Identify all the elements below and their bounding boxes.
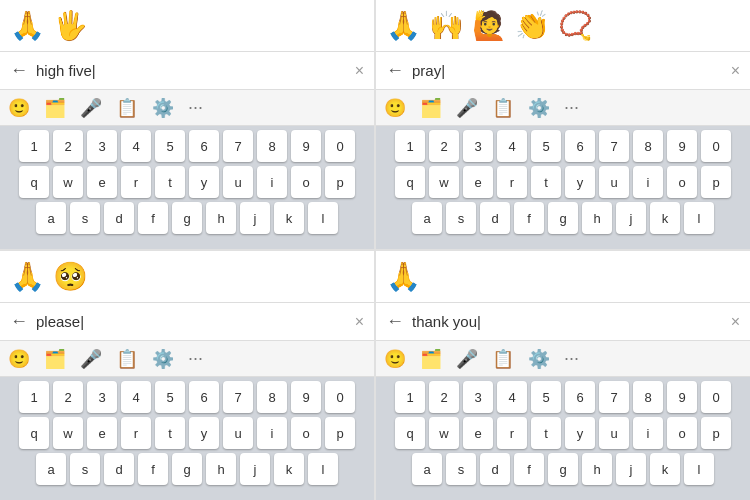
emoji-icon-1[interactable]: 🙂 xyxy=(8,97,30,119)
mic-icon-3[interactable]: 🎤 xyxy=(80,348,102,370)
emoji-icon-2[interactable]: 🙂 xyxy=(384,97,406,119)
key-p4-q[interactable]: q xyxy=(395,417,425,449)
emoji-2-1[interactable]: 🙏 xyxy=(386,12,421,40)
mic-icon-4[interactable]: 🎤 xyxy=(456,348,478,370)
key-p2-3[interactable]: 3 xyxy=(463,130,493,162)
key-p2-4[interactable]: 4 xyxy=(497,130,527,162)
key-p2-l[interactable]: l xyxy=(684,202,714,234)
key-p2-q[interactable]: q xyxy=(395,166,425,198)
key-p3-0[interactable]: 0 xyxy=(325,381,355,413)
key-p4-k[interactable]: k xyxy=(650,453,680,485)
key-i[interactable]: i xyxy=(257,166,287,198)
sticker-icon-2[interactable]: 🗂️ xyxy=(420,97,442,119)
key-p2-8[interactable]: 8 xyxy=(633,130,663,162)
key-p4-o[interactable]: o xyxy=(667,417,697,449)
key-p3-1[interactable]: 1 xyxy=(19,381,49,413)
sticker-icon-4[interactable]: 🗂️ xyxy=(420,348,442,370)
key-p4-j[interactable]: j xyxy=(616,453,646,485)
key-p4-1[interactable]: 1 xyxy=(395,381,425,413)
more-icon-4[interactable]: ··· xyxy=(564,348,579,369)
key-p4-h[interactable]: h xyxy=(582,453,612,485)
key-p4-t[interactable]: t xyxy=(531,417,561,449)
key-p4-3[interactable]: 3 xyxy=(463,381,493,413)
key-p3-l[interactable]: l xyxy=(308,453,338,485)
key-y[interactable]: y xyxy=(189,166,219,198)
key-p2-w[interactable]: w xyxy=(429,166,459,198)
key-p4-6[interactable]: 6 xyxy=(565,381,595,413)
emoji-icon-4[interactable]: 🙂 xyxy=(384,348,406,370)
back-arrow-2[interactable]: ← xyxy=(386,60,404,81)
key-p2-t[interactable]: t xyxy=(531,166,561,198)
key-p3-u[interactable]: u xyxy=(223,417,253,449)
key-p2-1[interactable]: 1 xyxy=(395,130,425,162)
key-3[interactable]: 3 xyxy=(87,130,117,162)
key-p2-6[interactable]: 6 xyxy=(565,130,595,162)
key-p4-g[interactable]: g xyxy=(548,453,578,485)
key-2[interactable]: 2 xyxy=(53,130,83,162)
key-h[interactable]: h xyxy=(206,202,236,234)
key-p3-2[interactable]: 2 xyxy=(53,381,83,413)
emoji-2-4[interactable]: 👏 xyxy=(515,12,550,40)
emoji-2-5[interactable]: 📿 xyxy=(558,12,593,40)
settings-icon-1[interactable]: ⚙️ xyxy=(152,97,174,119)
key-p[interactable]: p xyxy=(325,166,355,198)
key-p3-t[interactable]: t xyxy=(155,417,185,449)
key-0[interactable]: 0 xyxy=(325,130,355,162)
more-icon-1[interactable]: ··· xyxy=(188,97,203,118)
key-8[interactable]: 8 xyxy=(257,130,287,162)
search-text-4[interactable]: thank you| xyxy=(412,313,731,330)
key-u[interactable]: u xyxy=(223,166,253,198)
key-1[interactable]: 1 xyxy=(19,130,49,162)
key-g[interactable]: g xyxy=(172,202,202,234)
clear-icon-1[interactable]: × xyxy=(355,62,364,80)
key-p4-y[interactable]: y xyxy=(565,417,595,449)
key-p3-7[interactable]: 7 xyxy=(223,381,253,413)
settings-icon-4[interactable]: ⚙️ xyxy=(528,348,550,370)
key-p2-h[interactable]: h xyxy=(582,202,612,234)
clipboard-icon-1[interactable]: 📋 xyxy=(116,97,138,119)
key-p2-s[interactable]: s xyxy=(446,202,476,234)
key-p4-p[interactable]: p xyxy=(701,417,731,449)
key-w[interactable]: w xyxy=(53,166,83,198)
key-p3-g[interactable]: g xyxy=(172,453,202,485)
clipboard-icon-3[interactable]: 📋 xyxy=(116,348,138,370)
key-a[interactable]: a xyxy=(36,202,66,234)
sticker-icon-1[interactable]: 🗂️ xyxy=(44,97,66,119)
key-9[interactable]: 9 xyxy=(291,130,321,162)
key-q[interactable]: q xyxy=(19,166,49,198)
key-s[interactable]: s xyxy=(70,202,100,234)
key-p3-e[interactable]: e xyxy=(87,417,117,449)
key-p3-y[interactable]: y xyxy=(189,417,219,449)
key-p3-f[interactable]: f xyxy=(138,453,168,485)
key-p4-e[interactable]: e xyxy=(463,417,493,449)
search-text-3[interactable]: please| xyxy=(36,313,355,330)
key-4[interactable]: 4 xyxy=(121,130,151,162)
key-p2-r[interactable]: r xyxy=(497,166,527,198)
key-l[interactable]: l xyxy=(308,202,338,234)
key-p2-f[interactable]: f xyxy=(514,202,544,234)
key-p2-5[interactable]: 5 xyxy=(531,130,561,162)
emoji-2-2[interactable]: 🙌 xyxy=(429,12,464,40)
key-p3-q[interactable]: q xyxy=(19,417,49,449)
key-7[interactable]: 7 xyxy=(223,130,253,162)
key-p3-9[interactable]: 9 xyxy=(291,381,321,413)
key-p3-j[interactable]: j xyxy=(240,453,270,485)
key-f[interactable]: f xyxy=(138,202,168,234)
more-icon-3[interactable]: ··· xyxy=(188,348,203,369)
search-text-1[interactable]: high five| xyxy=(36,62,355,79)
key-p3-3[interactable]: 3 xyxy=(87,381,117,413)
clipboard-icon-2[interactable]: 📋 xyxy=(492,97,514,119)
key-p2-0[interactable]: 0 xyxy=(701,130,731,162)
key-p4-8[interactable]: 8 xyxy=(633,381,663,413)
key-p2-g[interactable]: g xyxy=(548,202,578,234)
sticker-icon-3[interactable]: 🗂️ xyxy=(44,348,66,370)
key-r[interactable]: r xyxy=(121,166,151,198)
key-t[interactable]: t xyxy=(155,166,185,198)
key-k[interactable]: k xyxy=(274,202,304,234)
key-p2-u[interactable]: u xyxy=(599,166,629,198)
clipboard-icon-4[interactable]: 📋 xyxy=(492,348,514,370)
key-p2-k[interactable]: k xyxy=(650,202,680,234)
key-p4-9[interactable]: 9 xyxy=(667,381,697,413)
mic-icon-2[interactable]: 🎤 xyxy=(456,97,478,119)
key-p3-p[interactable]: p xyxy=(325,417,355,449)
